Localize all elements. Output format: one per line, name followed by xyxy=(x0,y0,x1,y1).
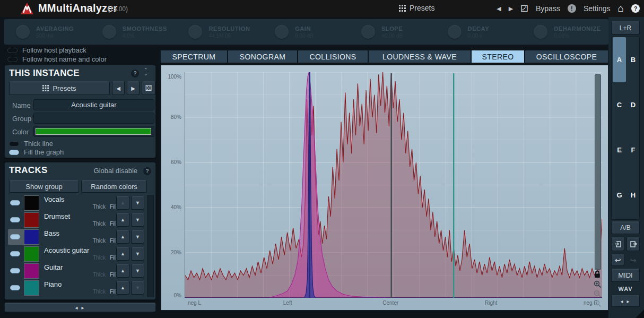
tab-collisions[interactable]: COLLISIONS xyxy=(298,50,368,63)
titlebar-presets-button[interactable]: Presets xyxy=(399,4,434,12)
bypass-button[interactable]: Bypass xyxy=(536,4,560,13)
tab-spectrum[interactable]: SPECTRUM xyxy=(161,50,227,63)
track-color-swatch[interactable] xyxy=(24,246,39,262)
preset-slot-c[interactable]: C xyxy=(613,101,626,109)
wav-label[interactable]: WAV xyxy=(611,286,640,292)
collapse-chevrons-icon[interactable]: ⌃⌄ xyxy=(144,68,148,76)
tab-stereo[interactable]: STEREO xyxy=(472,50,524,63)
follow-toggle-follow-host-name-and-color[interactable]: Follow host name and color xyxy=(7,55,107,63)
preset-slot-g[interactable]: G xyxy=(613,191,626,199)
track-enable-toggle[interactable] xyxy=(10,268,20,273)
track-move-down-button[interactable]: ▼ xyxy=(131,264,144,278)
thick-line-toggle[interactable]: Thick line xyxy=(9,140,53,148)
sidebar-expand-button[interactable]: ◂ ▸ xyxy=(611,295,640,307)
track-enable-toggle[interactable] xyxy=(10,200,20,205)
track-move-up-button[interactable]: ▲ xyxy=(116,230,129,244)
panel-expand-button[interactable]: ◂ ▸ xyxy=(4,303,156,312)
instance-random-dice-button[interactable]: ⚄ xyxy=(142,81,155,95)
toggle-pill[interactable] xyxy=(7,48,18,53)
instance-help-icon[interactable]: ? xyxy=(131,70,139,78)
random-preset-dice-icon[interactable]: ⚂ xyxy=(520,3,528,14)
track-thick-button[interactable]: Thick xyxy=(93,238,106,244)
track-thick-button[interactable]: Thick xyxy=(93,272,106,278)
group-field[interactable] xyxy=(33,113,154,124)
ab-compare-button[interactable]: A/B xyxy=(611,221,640,234)
global-disable-button[interactable]: Global disable xyxy=(94,167,137,175)
copy-from-slot-button[interactable] xyxy=(626,237,640,251)
track-color-swatch[interactable] xyxy=(24,263,39,279)
knob-dial[interactable] xyxy=(534,25,547,39)
random-colors-button[interactable]: Random colors xyxy=(81,180,147,193)
lock-icon[interactable] xyxy=(594,270,601,278)
track-fill-button[interactable]: Fill xyxy=(110,272,117,278)
chart-zoom-scrollbar[interactable] xyxy=(595,74,601,270)
alert-icon[interactable]: ! xyxy=(568,4,576,13)
redo-button[interactable]: ↪ xyxy=(626,254,640,266)
knob-dial[interactable] xyxy=(361,25,375,39)
toggle-pill[interactable] xyxy=(7,57,18,62)
toggle-pill[interactable] xyxy=(9,150,19,155)
preset-slot-b[interactable]: B xyxy=(626,56,640,64)
track-move-up-button[interactable]: ▲ xyxy=(116,213,129,227)
instance-presets-button[interactable]: Presets xyxy=(9,81,110,95)
preset-slot-f[interactable]: F xyxy=(626,146,640,154)
preset-slot-e[interactable]: E xyxy=(613,146,626,154)
track-fill-button[interactable]: Fill xyxy=(110,238,117,244)
instance-next-preset-button[interactable]: ▶ xyxy=(127,81,140,95)
track-move-down-button[interactable]: ▼ xyxy=(131,213,144,227)
undo-button[interactable]: ↩ xyxy=(611,254,624,266)
track-color-swatch[interactable] xyxy=(24,195,39,211)
instance-prev-preset-button[interactable]: ◀ xyxy=(112,81,125,95)
track-move-down-button[interactable]: ▼ xyxy=(131,196,144,210)
color-field[interactable] xyxy=(33,126,154,137)
stereo-chart-plot[interactable] xyxy=(185,72,602,298)
track-fill-button[interactable]: Fill xyxy=(110,221,117,227)
track-enable-toggle[interactable] xyxy=(10,285,20,290)
track-enable-toggle[interactable] xyxy=(10,234,20,239)
track-fill-button[interactable]: Fill xyxy=(110,289,117,295)
resize-grip[interactable] xyxy=(636,310,644,318)
copy-to-slot-button[interactable] xyxy=(611,237,624,251)
track-color-swatch[interactable] xyxy=(24,229,39,245)
knob-dial[interactable] xyxy=(188,25,202,39)
track-move-down-button[interactable]: ▼ xyxy=(131,247,144,261)
track-fill-button[interactable]: Fill xyxy=(110,255,117,261)
settings-button[interactable]: Settings xyxy=(584,4,611,13)
track-enable-toggle[interactable] xyxy=(10,217,20,222)
track-move-down-button[interactable]: ▼ xyxy=(131,230,144,244)
preset-slot-h[interactable]: H xyxy=(626,191,640,199)
track-enable-toggle[interactable] xyxy=(10,251,20,256)
track-move-up-button[interactable]: ▲ xyxy=(116,281,129,295)
channel-mode-button[interactable]: L+R xyxy=(611,21,640,35)
home-icon[interactable]: ⌂ xyxy=(618,4,624,13)
follow-toggle-follow-host-playback[interactable]: Follow host playback xyxy=(7,46,86,54)
show-group-button[interactable]: Show group xyxy=(9,180,79,193)
previous-preset-button[interactable]: ◀ xyxy=(497,5,501,12)
knob-dial[interactable] xyxy=(16,25,30,39)
track-list-scrollbar[interactable] xyxy=(147,195,154,297)
help-icon[interactable]: ? xyxy=(631,4,640,13)
tab-sonogram[interactable]: SONOGRAM xyxy=(228,50,297,63)
zoom-out-icon[interactable] xyxy=(594,290,602,298)
track-thick-button[interactable]: Thick xyxy=(93,204,106,210)
knob-dial[interactable] xyxy=(448,25,462,39)
knob-dial[interactable] xyxy=(275,25,289,39)
track-thick-button[interactable]: Thick xyxy=(93,289,106,295)
next-preset-button[interactable]: ▶ xyxy=(509,5,513,12)
track-color-swatch[interactable] xyxy=(24,212,39,228)
tab-oscilloscope[interactable]: OSCILLOSCOPE xyxy=(525,50,608,63)
track-move-up-button[interactable]: ▲ xyxy=(116,247,129,261)
zoom-in-icon[interactable] xyxy=(594,280,602,288)
track-thick-button[interactable]: Thick xyxy=(93,255,106,261)
track-thick-button[interactable]: Thick xyxy=(93,221,106,227)
fill-graph-toggle[interactable]: Fill the graph xyxy=(9,148,64,156)
midi-button[interactable]: MIDI xyxy=(611,269,640,282)
toggle-pill[interactable] xyxy=(9,141,19,147)
preset-slot-d[interactable]: D xyxy=(626,101,640,109)
track-color-swatch[interactable] xyxy=(24,280,39,296)
tracks-help-icon[interactable]: ? xyxy=(143,167,151,175)
preset-slot-a[interactable]: A xyxy=(613,56,626,64)
track-fill-button[interactable]: Fill xyxy=(110,204,117,210)
track-move-up-button[interactable]: ▲ xyxy=(116,264,129,278)
name-field[interactable]: Acoustic guitar xyxy=(33,99,154,110)
